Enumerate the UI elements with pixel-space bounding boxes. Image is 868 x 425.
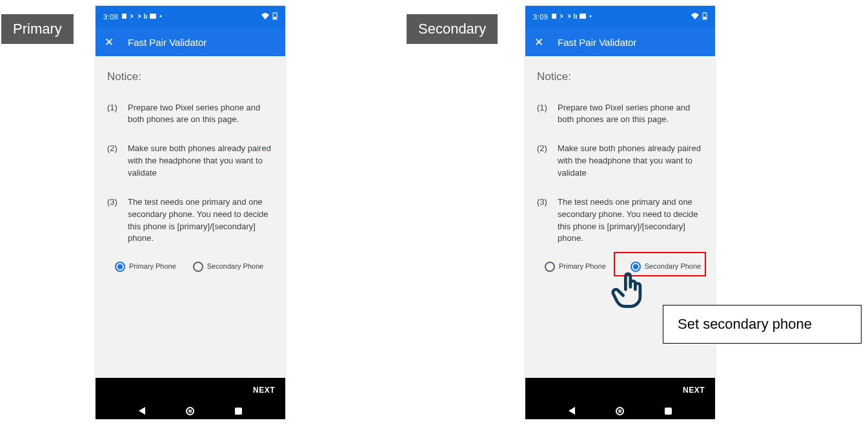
back-icon[interactable] — [569, 407, 575, 415]
footer-bar: NEXT — [525, 378, 715, 419]
phone-primary: 3:08 ✕ Fast Pair Validator — [96, 6, 285, 419]
radio-group: Primary Phone Secondary Phone — [537, 262, 703, 272]
svg-point-8 — [590, 16, 592, 17]
wifi-icon — [261, 12, 270, 21]
label-primary: Primary — [1, 14, 74, 44]
battery-icon — [272, 12, 278, 21]
status-icons — [122, 12, 167, 21]
close-icon[interactable]: ✕ — [105, 36, 114, 49]
app-title: Fast Pair Validator — [558, 37, 636, 48]
step-3: (3) The test needs one primary and one s… — [107, 196, 274, 245]
svg-rect-4 — [274, 12, 276, 13]
svg-rect-10 — [704, 12, 705, 13]
notice-heading: Notice: — [537, 69, 703, 85]
app-bar: ✕ Fast Pair Validator — [525, 28, 715, 56]
navigation-bar — [96, 402, 285, 419]
content-area: Notice: (1) Prepare two Pixel series pho… — [525, 56, 715, 280]
battery-icon — [702, 12, 707, 21]
svg-point-2 — [160, 16, 162, 17]
next-button[interactable]: NEXT — [683, 386, 705, 395]
pointer-hand-icon — [610, 271, 649, 310]
clock: 3:09 — [533, 13, 548, 21]
home-icon[interactable] — [616, 407, 624, 415]
status-icons — [552, 12, 597, 21]
svg-rect-7 — [580, 14, 586, 19]
home-icon[interactable] — [186, 407, 194, 415]
radio-secondary-phone[interactable]: Secondary Phone — [193, 262, 263, 272]
svg-rect-1 — [150, 14, 156, 19]
close-icon[interactable]: ✕ — [534, 36, 543, 49]
radio-primary-phone[interactable]: Primary Phone — [545, 262, 606, 272]
svg-rect-0 — [122, 14, 126, 19]
radio-secondary-label: Secondary Phone — [645, 262, 701, 272]
app-title: Fast Pair Validator — [128, 37, 207, 48]
step-1: (1) Prepare two Pixel series phone and b… — [537, 102, 703, 127]
radio-secondary-label: Secondary Phone — [207, 262, 263, 272]
label-secondary: Secondary — [407, 14, 498, 44]
svg-rect-11 — [703, 17, 706, 19]
svg-rect-5 — [274, 17, 276, 19]
radio-secondary-phone[interactable]: Secondary Phone — [631, 262, 701, 272]
step-2: (2) Make sure both phones already paired… — [537, 143, 703, 180]
radio-primary-label: Primary Phone — [129, 262, 176, 272]
clock: 3:08 — [103, 13, 118, 21]
footer-bar: NEXT — [96, 378, 285, 419]
annotation-callout: Set secondary phone — [663, 305, 862, 344]
back-icon[interactable] — [139, 407, 145, 415]
step-1: (1) Prepare two Pixel series phone and b… — [107, 102, 274, 127]
wifi-icon — [691, 12, 700, 21]
radio-primary-phone[interactable]: Primary Phone — [115, 262, 176, 272]
recent-icon[interactable] — [665, 408, 672, 415]
phone-secondary: 3:09 ✕ Fast Pair Validator — [525, 6, 715, 419]
notice-heading: Notice: — [107, 69, 274, 85]
svg-rect-6 — [552, 14, 556, 19]
app-bar: ✕ Fast Pair Validator — [96, 28, 285, 56]
radio-primary-label: Primary Phone — [559, 262, 606, 272]
status-bar: 3:09 — [525, 6, 715, 28]
step-3: (3) The test needs one primary and one s… — [537, 196, 703, 245]
content-area: Notice: (1) Prepare two Pixel series pho… — [96, 56, 285, 280]
status-bar: 3:08 — [96, 6, 285, 28]
radio-group: Primary Phone Secondary Phone — [107, 262, 274, 272]
next-button[interactable]: NEXT — [253, 386, 275, 395]
step-2: (2) Make sure both phones already paired… — [107, 143, 274, 180]
navigation-bar — [525, 402, 715, 419]
recent-icon[interactable] — [235, 408, 242, 415]
